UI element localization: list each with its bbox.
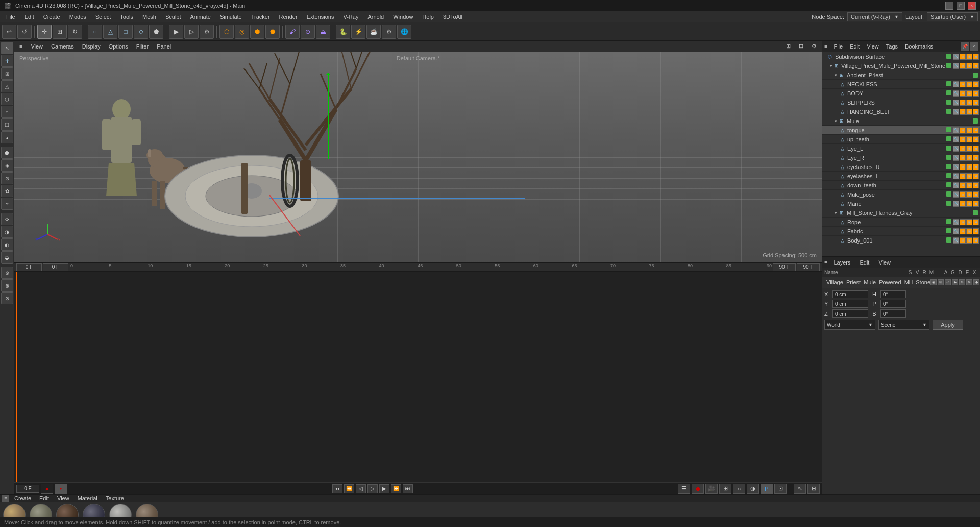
vp-tool-9[interactable]: ↖ — [794, 484, 806, 494]
vp-maximize[interactable]: ⊞ — [783, 42, 794, 50]
obj-row-mule-pose[interactable]: △ Mule_pose 🔧 ◈ ◉ ◆ — [822, 190, 980, 199]
obj-row-body-001[interactable]: △ Body_001 🔧 ◈ ◉ ◆ — [822, 236, 980, 245]
coord-b-rot[interactable]: 0° — [880, 309, 906, 318]
world-dropdown[interactable]: World ▼ — [824, 320, 875, 330]
coord-h-rot[interactable]: 0° — [880, 290, 906, 298]
mat-menu-create[interactable]: Create — [11, 495, 34, 502]
sidebar-tool-12[interactable]: ⟳ — [1, 213, 13, 225]
obj-menu-bookmarks[interactable]: Bookmarks — [902, 43, 936, 50]
obj-menu-tags[interactable]: Tags — [883, 43, 901, 50]
transport-play[interactable]: ▷ — [368, 484, 378, 493]
obj-row-slippers[interactable]: △ SLIPPERS 🔧 ◈ ◉ ◆ — [822, 98, 980, 107]
maximize-button[interactable]: □ — [957, 2, 965, 10]
close-button[interactable]: × — [968, 2, 976, 10]
render-region[interactable]: ▶ — [169, 25, 183, 39]
layers-menu-edit[interactable]: Edit — [856, 259, 872, 266]
vp-render-icon-1[interactable]: ☰ — [678, 484, 690, 494]
sidebar-tool-4[interactable]: ○ — [1, 106, 13, 118]
transport-play-back[interactable]: ◁ — [356, 484, 366, 493]
sidebar-tool-14[interactable]: ◐ — [1, 238, 13, 251]
vp-menu-display[interactable]: Display — [79, 43, 104, 50]
vp-render-icon-8[interactable]: ⊡ — [774, 484, 787, 494]
timeline-end-frame[interactable]: 90 F — [773, 263, 796, 271]
minimize-button[interactable]: ─ — [945, 2, 953, 10]
timeline-frame-input[interactable]: 0 F — [43, 263, 68, 271]
vp-settings[interactable]: ⚙ — [808, 42, 820, 50]
sidebar-tool-18[interactable]: ⊘ — [1, 292, 13, 304]
menu-select[interactable]: Select — [91, 13, 115, 21]
vp-menu-options[interactable]: Options — [106, 43, 131, 50]
xpresso-tool[interactable]: ⚡ — [351, 25, 365, 39]
menu-window[interactable]: Window — [389, 13, 417, 21]
obj-row-down-teeth[interactable]: △ down_teeth 🔧 ◈ ◉ ◆ — [822, 181, 980, 190]
vp-render-icon-7[interactable]: P — [761, 484, 773, 494]
sidebar-tool-15[interactable]: ◒ — [1, 251, 13, 264]
scale-tool[interactable]: ⊞ — [53, 25, 67, 39]
transport-play-fwd[interactable]: ▶ — [379, 484, 389, 493]
vp-menu-panel[interactable]: Panel — [154, 43, 174, 50]
add-sphere[interactable]: ◎ — [235, 25, 249, 39]
transport-prev-frame[interactable]: ⏪ — [344, 484, 354, 493]
menu-render[interactable]: Render — [275, 13, 302, 21]
sidebar-tool-11[interactable]: ⌖ — [1, 198, 13, 210]
transport-goto-end[interactable]: ⏭ — [403, 484, 413, 493]
vp-menu-cameras[interactable]: Cameras — [48, 43, 77, 50]
sidebar-tool-5[interactable]: ☐ — [1, 118, 13, 131]
layers-menu-view[interactable]: View — [875, 259, 894, 266]
menu-mesh[interactable]: Mesh — [138, 13, 160, 21]
vp-render-icon-2[interactable]: ⏺ — [692, 484, 704, 494]
obj-row-eyelashes-l[interactable]: △ eyelashes_L 🔧 ◈ ◉ ◆ — [822, 172, 980, 181]
vp-tool-10[interactable]: ⊟ — [807, 484, 820, 494]
edge-tool[interactable]: □ — [118, 25, 133, 39]
apply-button[interactable]: Apply — [933, 320, 963, 330]
add-plane[interactable]: ⬣ — [265, 25, 280, 39]
sidebar-tool-select[interactable]: ↖ — [1, 42, 13, 54]
sidebar-tool-7[interactable]: ⬟ — [1, 147, 13, 159]
vp-menu-filter[interactable]: Filter — [133, 43, 152, 50]
vp-menu-view[interactable]: View — [28, 43, 46, 50]
layout-dropdown[interactable]: Startup (User) ▼ — [927, 12, 978, 21]
obj-row-subdivision[interactable]: ⬡ Subdivision Surface 🔧 ◈ ◉ ◆ — [822, 52, 980, 61]
sidebar-tool-move[interactable]: ✛ — [1, 55, 13, 67]
transport-autokey[interactable]: ● — [55, 484, 67, 494]
obj-row-body[interactable]: △ BODY 🔧 ◈ ◉ ◆ — [822, 89, 980, 98]
obj-menu-view[interactable]: View — [864, 43, 882, 50]
redo-button[interactable]: ↺ — [17, 25, 32, 39]
obj-row-neckless[interactable]: △ NECKLESS 🔧 ◈ ◉ ◆ — [822, 80, 980, 89]
sidebar-tool-9[interactable]: ⊙ — [1, 172, 13, 184]
obj-menu-edit[interactable]: Edit — [847, 43, 863, 50]
python-tool[interactable]: 🐍 — [336, 25, 350, 39]
obj-row-tongue[interactable]: △ tongue 🔧 ◈ ◉ ◆ — [822, 126, 980, 135]
sidebar-tool-10[interactable]: ✿ — [1, 185, 13, 197]
add-cylinder[interactable]: ⬢ — [250, 25, 264, 39]
obj-manager-close[interactable]: × — [970, 42, 978, 51]
coffee-tool[interactable]: ☕ — [366, 25, 381, 39]
world-tool[interactable]: 🌐 — [397, 25, 411, 39]
menu-vray[interactable]: V-Ray — [339, 13, 362, 21]
menu-sculpt[interactable]: Sculpt — [161, 13, 185, 21]
sidebar-tool-16[interactable]: ⊗ — [1, 267, 13, 279]
vp-menu-icon[interactable]: ≡ — [16, 43, 26, 50]
coord-x-pos[interactable]: 0 cm — [832, 290, 868, 298]
obj-row-up-teeth[interactable]: △ up_teeth 🔧 ◈ ◉ ◆ — [822, 135, 980, 144]
vp-render-icon-6[interactable]: ◑ — [747, 484, 759, 494]
obj-menu-file[interactable]: File — [830, 43, 846, 50]
coord-z-pos[interactable]: 0 cm — [832, 309, 868, 318]
menu-edit[interactable]: Edit — [20, 13, 38, 21]
sculpt-tool[interactable]: ⊙ — [301, 25, 315, 39]
menu-tracker[interactable]: Tracker — [247, 13, 274, 21]
terrain-tool[interactable]: ⛰ — [316, 25, 330, 39]
sidebar-tool-3[interactable]: ⬡ — [1, 93, 13, 105]
vp-render-icon-3[interactable]: 🎥 — [705, 484, 718, 494]
menu-help[interactable]: Help — [418, 13, 438, 21]
obj-row-fabric[interactable]: △ Fabric 🔧 ◈ ◉ ◆ — [822, 227, 980, 236]
mat-menu-texture[interactable]: Texture — [103, 495, 127, 502]
menu-modes[interactable]: Modes — [65, 13, 90, 21]
obj-row-eye-l[interactable]: △ Eye_L 🔧 ◈ ◉ ◆ — [822, 144, 980, 153]
point-tool[interactable]: ◇ — [134, 25, 148, 39]
sidebar-tool-2[interactable]: △ — [1, 80, 13, 92]
polygon-tool[interactable]: △ — [103, 25, 117, 39]
menu-extensions[interactable]: Extensions — [303, 13, 338, 21]
menu-simulate[interactable]: Simulate — [216, 13, 246, 21]
add-cube[interactable]: ⬡ — [219, 25, 234, 39]
